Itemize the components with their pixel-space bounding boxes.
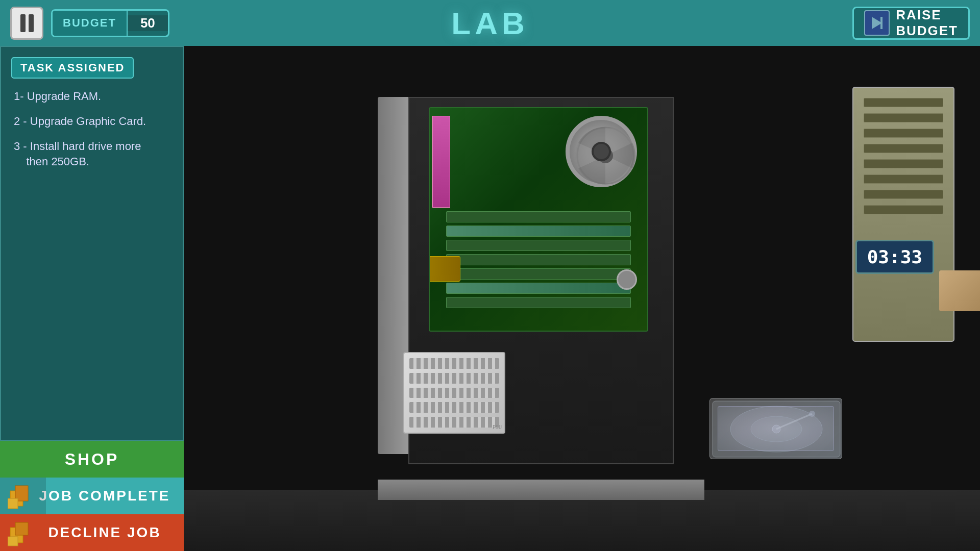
svg-point-13 xyxy=(751,416,802,442)
pause-button[interactable] xyxy=(10,7,43,40)
psu-label: PSU xyxy=(493,424,502,430)
raise-budget-icon xyxy=(864,10,890,36)
game-area: PSU 03:33 xyxy=(184,46,980,551)
task-assigned-badge: TASK ASSIGNED xyxy=(11,57,134,79)
graphics-card[interactable] xyxy=(429,256,460,282)
task-item-1: 1- Upgrade RAM. xyxy=(11,89,173,105)
svg-rect-4 xyxy=(8,498,18,509)
top-bar-left: BUDGET 50 xyxy=(10,7,169,40)
pc-case-bottom xyxy=(378,480,704,500)
ram-slots xyxy=(432,116,450,208)
timer: 03:33 xyxy=(855,240,934,274)
exp-slot-2 xyxy=(446,226,631,237)
decline-job-button[interactable]: DECLINE JOB xyxy=(0,514,184,551)
decline-job-label: DECLINE JOB xyxy=(48,524,161,541)
svg-point-14 xyxy=(772,425,780,433)
decline-job-icon xyxy=(0,514,46,551)
vent-slot-7 xyxy=(864,190,943,199)
hard-drive-visual xyxy=(710,398,843,460)
svg-rect-1 xyxy=(880,17,883,29)
exp-slot-3 xyxy=(446,240,631,251)
shop-button[interactable]: SHOP xyxy=(0,441,184,478)
svg-rect-11 xyxy=(713,401,840,457)
top-bar: BUDGET 50 LAB RAISE BUDGET xyxy=(0,0,980,46)
coin-battery xyxy=(617,269,637,290)
vent-slot-6 xyxy=(864,174,943,184)
psu-vent-1 xyxy=(409,358,499,369)
psu-vents xyxy=(409,358,499,428)
hard-drive[interactable] xyxy=(709,398,842,459)
exp-slot-1 xyxy=(446,211,631,222)
decline-job-decoration xyxy=(8,517,38,548)
panel-vents xyxy=(864,98,943,220)
page-title: LAB xyxy=(451,5,528,41)
task-item-3: 3 - Install hard drive more then 250GB. xyxy=(11,139,173,170)
psu-vent-4 xyxy=(409,402,499,413)
svg-line-15 xyxy=(776,414,812,429)
vent-slot-2 xyxy=(864,113,943,122)
cpu-fan xyxy=(566,116,637,187)
vent-slot-8 xyxy=(864,205,943,214)
vent-slot-3 xyxy=(864,129,943,138)
svg-point-10 xyxy=(601,152,609,160)
svg-point-12 xyxy=(730,406,822,452)
pause-icon xyxy=(20,14,34,32)
play-icon xyxy=(869,15,885,31)
motherboard[interactable] xyxy=(429,107,648,332)
exp-slot-7 xyxy=(446,297,631,308)
expansion-slots xyxy=(430,208,647,320)
left-panel: TASK ASSIGNED 1- Upgrade RAM. 2 - Upgrad… xyxy=(0,46,184,551)
psu-vent-2 xyxy=(409,373,499,384)
task-area: TASK ASSIGNED 1- Upgrade RAM. 2 - Upgrad… xyxy=(0,46,184,441)
svg-rect-7 xyxy=(8,537,18,546)
svg-point-9 xyxy=(598,148,613,163)
power-supply-unit[interactable]: PSU xyxy=(403,352,505,434)
vent-slot-4 xyxy=(864,144,943,153)
svg-point-16 xyxy=(809,411,815,417)
job-complete-label: JOB COMPLETE xyxy=(39,488,170,504)
budget-label: BUDGET xyxy=(53,11,128,36)
job-complete-button[interactable]: JOB COMPLETE xyxy=(0,478,184,514)
job-complete-decoration xyxy=(8,481,38,511)
exp-slot-5 xyxy=(446,268,631,280)
psu-vent-3 xyxy=(409,388,499,398)
psu-vent-5 xyxy=(409,417,499,428)
exp-slot-4 xyxy=(446,254,631,265)
budget-value: 50 xyxy=(128,15,168,31)
exp-slot-6 xyxy=(446,283,631,294)
task-item-2: 2 - Upgrade Graphic Card. xyxy=(11,114,173,130)
vent-slot-5 xyxy=(864,159,943,168)
main-area: TASK ASSIGNED 1- Upgrade RAM. 2 - Upgrad… xyxy=(0,46,980,551)
vent-slot-1 xyxy=(864,98,943,107)
job-complete-icon xyxy=(0,478,46,514)
raise-budget-button[interactable]: RAISE BUDGET xyxy=(852,7,970,40)
motherboard-inner xyxy=(430,108,647,331)
svg-rect-6 xyxy=(15,522,28,535)
arm-hint xyxy=(939,270,980,311)
cpu-fan-blades xyxy=(572,122,639,189)
budget-display: BUDGET 50 xyxy=(51,9,169,37)
raise-budget-label: RAISE BUDGET xyxy=(896,7,958,39)
